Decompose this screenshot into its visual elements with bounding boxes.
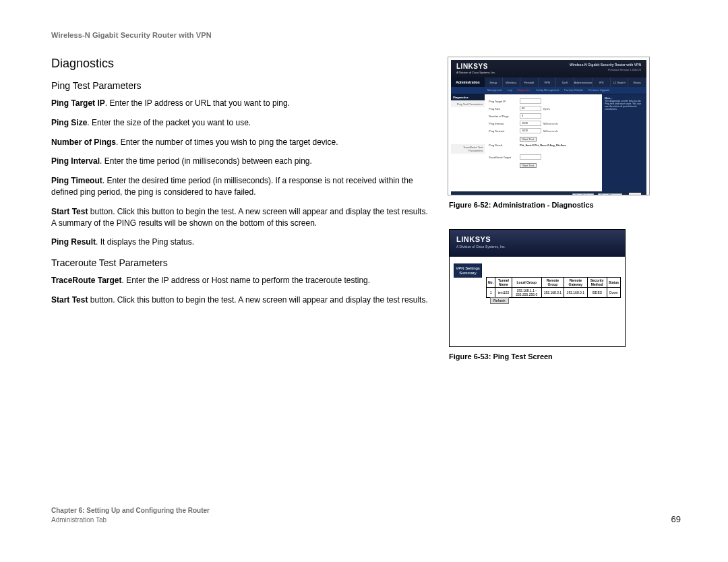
- para-ping-result: Ping Result. It displays the Ping status…: [51, 237, 429, 248]
- th-remotegroup: Remote Group: [541, 278, 564, 288]
- tab-ips[interactable]: IPS: [593, 77, 611, 87]
- para-ping-timeout: Ping Timeout. Enter the desired time per…: [51, 175, 429, 198]
- vpn-table: No. Tunnel Name Local Group Remote Group…: [486, 277, 621, 298]
- para-num-pings: Number of Pings. Enter the number of tim…: [51, 137, 429, 148]
- top-tabs: Setup Wireless Firewall VPN QoS Administ…: [485, 77, 646, 87]
- subtab-factory[interactable]: Factory Defaults: [562, 87, 586, 94]
- th-tunnel: Tunnel Name: [495, 278, 512, 288]
- figures-column: LINKSYS A Division of Cisco Systems, Inc…: [448, 57, 657, 381]
- unit-ms2: Milliseconds: [543, 129, 558, 133]
- footer-tab: Administration Tab: [51, 516, 107, 524]
- lbl-tr-target: TraceRoute Target: [489, 156, 520, 159]
- firmware-label: Firmware Version 1.0.00.29: [608, 68, 641, 71]
- logo-subtitle-2: A Division of Cisco Systems, Inc.: [456, 245, 506, 249]
- side-ping-params: Ping Test Parameters: [451, 101, 485, 107]
- para-tr-start: Start Test button. Click this button to …: [51, 294, 429, 306]
- subtab-management[interactable]: Management: [485, 87, 505, 94]
- cisco-logo: [629, 193, 641, 195]
- para-ping-interval: Ping Interval. Enter the time period (in…: [51, 156, 429, 167]
- figure-6-52-caption: Figure 6-52: Administration - Diagnostic…: [449, 201, 657, 209]
- doc-header: Wireless-N Gigabit Security Router with …: [51, 31, 681, 39]
- side-summary: Summary: [459, 271, 477, 275]
- figure-6-52: LINKSYS A Division of Cisco Systems, Inc…: [448, 57, 650, 195]
- section-ping-title: Ping Test Parameters: [51, 80, 429, 91]
- tab-status[interactable]: Status: [628, 77, 646, 87]
- lbl-num-pings: Number of Pings: [489, 115, 520, 118]
- tab-qos[interactable]: QoS: [556, 77, 574, 87]
- start-test-button[interactable]: Start Test: [520, 137, 537, 142]
- para-ping-size: Ping Size. Enter the size of the packet …: [51, 117, 429, 129]
- side-labels: Diagnostics Ping Test Parameters TraceRo…: [451, 94, 485, 191]
- subtab-config[interactable]: Config Management: [533, 87, 562, 94]
- subtab-diagnostics[interactable]: Diagnostics: [515, 87, 534, 94]
- save-settings-button[interactable]: Save Settings: [572, 193, 593, 195]
- admin-label: Administration: [451, 77, 485, 87]
- tab-wireless[interactable]: Wireless: [503, 77, 521, 87]
- th-localgroup: Local Group: [512, 278, 541, 288]
- input-ping-timeout[interactable]: 5000: [520, 128, 541, 133]
- sub-tabs: Management Log Diagnostics Config Manage…: [451, 87, 646, 94]
- subtab-firmware[interactable]: Firmware Upgrade: [586, 87, 612, 94]
- side-diagnostics: Diagnostics: [451, 94, 485, 100]
- linksys-logo: LINKSYS: [456, 63, 488, 70]
- table-row: 1 test123 192.168.1.1 - 255.255.255.0 19…: [487, 288, 621, 298]
- logo-subtitle: A Division of Cisco Systems, Inc.: [456, 71, 495, 74]
- th-no: No.: [487, 278, 495, 288]
- lbl-ping-size: Ping Size: [489, 107, 520, 111]
- content-column: Diagnostics Ping Test Parameters Ping Ta…: [51, 57, 429, 381]
- unit-ms1: Milliseconds: [543, 122, 558, 125]
- tab-administration[interactable]: Administration: [574, 77, 593, 87]
- input-tr-target[interactable]: [520, 154, 541, 160]
- vpn-side-block: VPN Settings Summary: [454, 263, 482, 278]
- section-traceroute-title: Traceroute Test Parameters: [51, 257, 429, 268]
- figure-6-53: LINKSYS A Division of Cisco Systems, Inc…: [449, 229, 626, 347]
- help-panel: More... The diagnostic screen lets you d…: [602, 94, 646, 191]
- linksys-logo-2: LINKSYS: [456, 235, 491, 243]
- lbl-ping-interval: Ping Interval: [489, 122, 520, 125]
- form-area: Ping Target IP Ping Size60Bytes Number o…: [485, 94, 602, 191]
- para-ping-target: Ping Target IP. Enter the IP address or …: [51, 98, 429, 109]
- th-status: Status: [607, 278, 620, 288]
- page-number: 69: [671, 514, 681, 524]
- lbl-ping-timeout: Ping Timeout: [489, 129, 520, 133]
- side-vpn-settings: VPN Settings: [456, 266, 480, 270]
- input-ping-interval[interactable]: 1000: [520, 121, 541, 126]
- figure-6-53-caption: Figure 6-53: Ping Test Screen: [449, 352, 657, 361]
- page-title: Diagnostics: [51, 57, 429, 71]
- th-security: Security Method: [587, 278, 607, 288]
- bottom-bar: Save Settings Cancel Changes: [451, 191, 646, 195]
- para-start-test: Start Test button. Click this button to …: [51, 206, 429, 229]
- help-text: The diagnostic screen lets you do Ping t…: [605, 100, 641, 111]
- cancel-changes-button[interactable]: Cancel Changes: [598, 193, 622, 195]
- tab-setup[interactable]: Setup: [485, 77, 503, 87]
- start-test-button-2[interactable]: Start Test: [520, 163, 537, 168]
- page-footer: Chapter 6: Setting Up and Configuring th…: [51, 506, 681, 524]
- footer-chapter: Chapter 6: Setting Up and Configuring th…: [51, 507, 210, 514]
- val-ping-result: Pkt_Sent:0 Pkt_Recv:0 Avg_Rtt:0ms: [520, 144, 566, 147]
- refresh-button[interactable]: Refresh: [490, 297, 509, 304]
- unit-bytes: Bytes: [543, 107, 550, 111]
- para-tr-target: TraceRoute Target. Enter the IP address …: [51, 275, 429, 286]
- subtab-log[interactable]: Log: [505, 87, 514, 94]
- lbl-ping-target: Ping Target IP: [489, 100, 520, 103]
- input-ping-size[interactable]: 60: [520, 106, 541, 111]
- device-title: Wireless-N Gigabit Security Router with …: [570, 63, 641, 67]
- input-ping-target[interactable]: [520, 98, 541, 104]
- tab-l2switch[interactable]: L2 Switch: [611, 77, 629, 87]
- tab-firewall[interactable]: Firewall: [520, 77, 539, 87]
- input-num-pings[interactable]: 3: [520, 113, 541, 119]
- lbl-ping-result: Ping Result: [489, 144, 520, 147]
- side-tr-params: TraceRoute Test Parameters: [451, 144, 485, 154]
- th-remotegw: Remote Gateway: [564, 278, 588, 288]
- tab-vpn[interactable]: VPN: [539, 77, 557, 87]
